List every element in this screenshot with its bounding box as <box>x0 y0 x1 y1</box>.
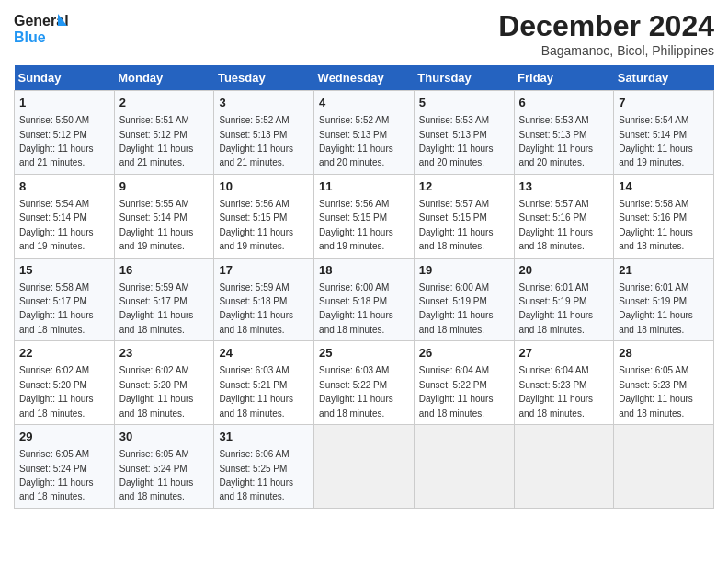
day-detail: Sunrise: 6:05 AMSunset: 5:24 PMDaylight:… <box>119 449 194 501</box>
main-title: December 2024 <box>498 9 714 43</box>
calendar-day-cell: 25Sunrise: 6:03 AMSunset: 5:22 PMDayligh… <box>314 341 415 425</box>
day-detail: Sunrise: 5:58 AMSunset: 5:17 PMDaylight:… <box>19 282 94 335</box>
calendar-day-cell: 23Sunrise: 6:02 AMSunset: 5:20 PMDayligh… <box>114 341 214 425</box>
day-detail: Sunrise: 5:57 AMSunset: 5:15 PMDaylight:… <box>419 199 494 251</box>
day-detail: Sunrise: 5:56 AMSunset: 5:15 PMDaylight:… <box>219 199 293 251</box>
title-area: December 2024 Bagamanoc, Bicol, Philippi… <box>498 9 714 58</box>
day-detail: Sunrise: 6:04 AMSunset: 5:22 PMDaylight:… <box>419 365 494 418</box>
calendar-day-cell: 18Sunrise: 6:00 AMSunset: 5:18 PMDayligh… <box>314 258 415 341</box>
day-number: 4 <box>319 95 409 111</box>
day-detail: Sunrise: 5:52 AMSunset: 5:13 PMDaylight:… <box>219 115 293 167</box>
calendar-day-cell: 31Sunrise: 6:06 AMSunset: 5:25 PMDayligh… <box>214 425 314 509</box>
day-number: 10 <box>219 178 309 195</box>
day-detail: Sunrise: 5:51 AMSunset: 5:12 PMDaylight:… <box>119 115 194 167</box>
header-cell: Saturday <box>614 65 714 91</box>
header-cell: Tuesday <box>214 65 314 91</box>
day-number: 30 <box>119 429 210 445</box>
day-number: 19 <box>419 262 509 279</box>
calendar-day-cell: 7Sunrise: 5:54 AMSunset: 5:14 PMDaylight… <box>614 91 714 175</box>
calendar-day-cell: 24Sunrise: 6:03 AMSunset: 5:21 PMDayligh… <box>214 341 314 425</box>
calendar-day-cell: 28Sunrise: 6:05 AMSunset: 5:23 PMDayligh… <box>614 341 714 425</box>
day-number: 1 <box>19 95 109 111</box>
logo: GeneralBlue <box>14 9 69 48</box>
calendar-day-cell: 4Sunrise: 5:52 AMSunset: 5:13 PMDaylight… <box>314 91 415 175</box>
calendar-day-cell: 30Sunrise: 6:05 AMSunset: 5:24 PMDayligh… <box>114 425 214 509</box>
calendar-day-cell: 2Sunrise: 5:51 AMSunset: 5:12 PMDaylight… <box>114 91 214 175</box>
calendar-week-row: 29Sunrise: 6:05 AMSunset: 5:24 PMDayligh… <box>15 425 714 509</box>
day-detail: Sunrise: 5:59 AMSunset: 5:17 PMDaylight:… <box>119 282 194 335</box>
day-detail: Sunrise: 5:53 AMSunset: 5:13 PMDaylight:… <box>519 115 594 167</box>
day-detail: Sunrise: 5:55 AMSunset: 5:14 PMDaylight:… <box>119 199 194 251</box>
calendar-day-cell <box>614 425 714 509</box>
day-number: 21 <box>619 262 709 279</box>
day-detail: Sunrise: 6:02 AMSunset: 5:20 PMDaylight:… <box>19 365 94 418</box>
calendar-day-cell: 21Sunrise: 6:01 AMSunset: 5:19 PMDayligh… <box>614 258 714 341</box>
day-detail: Sunrise: 6:03 AMSunset: 5:21 PMDaylight:… <box>219 365 293 418</box>
day-number: 25 <box>319 345 409 362</box>
day-detail: Sunrise: 5:57 AMSunset: 5:16 PMDaylight:… <box>519 199 594 251</box>
day-detail: Sunrise: 6:00 AMSunset: 5:18 PMDaylight:… <box>319 282 393 335</box>
day-number: 8 <box>19 178 109 195</box>
day-number: 13 <box>519 178 609 195</box>
calendar-day-cell: 8Sunrise: 5:54 AMSunset: 5:14 PMDaylight… <box>15 174 115 258</box>
header-cell: Monday <box>114 65 214 91</box>
day-detail: Sunrise: 6:04 AMSunset: 5:23 PMDaylight:… <box>519 365 594 418</box>
logo-icon: GeneralBlue <box>14 9 69 48</box>
day-number: 26 <box>419 345 509 362</box>
day-detail: Sunrise: 6:03 AMSunset: 5:22 PMDaylight:… <box>319 365 393 418</box>
header-cell: Sunday <box>15 65 115 91</box>
day-number: 29 <box>19 429 109 445</box>
calendar-week-row: 22Sunrise: 6:02 AMSunset: 5:20 PMDayligh… <box>15 341 714 425</box>
calendar-table: SundayMondayTuesdayWednesdayThursdayFrid… <box>14 65 714 509</box>
calendar-day-cell <box>414 425 514 509</box>
day-number: 11 <box>319 178 409 195</box>
calendar-day-cell: 20Sunrise: 6:01 AMSunset: 5:19 PMDayligh… <box>514 258 614 341</box>
day-number: 20 <box>519 262 609 279</box>
day-number: 18 <box>319 262 409 279</box>
day-number: 31 <box>219 429 309 445</box>
day-number: 27 <box>519 345 609 362</box>
calendar-day-cell: 26Sunrise: 6:04 AMSunset: 5:22 PMDayligh… <box>414 341 514 425</box>
day-number: 7 <box>619 95 709 111</box>
calendar-day-cell: 17Sunrise: 5:59 AMSunset: 5:18 PMDayligh… <box>214 258 314 341</box>
calendar-day-cell: 27Sunrise: 6:04 AMSunset: 5:23 PMDayligh… <box>514 341 614 425</box>
day-number: 14 <box>619 178 709 195</box>
day-number: 12 <box>419 178 509 195</box>
calendar-day-cell <box>514 425 614 509</box>
day-detail: Sunrise: 6:01 AMSunset: 5:19 PMDaylight:… <box>519 282 594 335</box>
calendar-week-row: 15Sunrise: 5:58 AMSunset: 5:17 PMDayligh… <box>15 258 714 341</box>
day-detail: Sunrise: 6:06 AMSunset: 5:25 PMDaylight:… <box>219 449 293 501</box>
calendar-day-cell: 19Sunrise: 6:00 AMSunset: 5:19 PMDayligh… <box>414 258 514 341</box>
day-number: 9 <box>119 178 210 195</box>
day-number: 3 <box>219 95 309 111</box>
day-detail: Sunrise: 5:58 AMSunset: 5:16 PMDaylight:… <box>619 199 693 251</box>
day-detail: Sunrise: 6:01 AMSunset: 5:19 PMDaylight:… <box>619 282 693 335</box>
day-detail: Sunrise: 6:00 AMSunset: 5:19 PMDaylight:… <box>419 282 494 335</box>
day-detail: Sunrise: 5:56 AMSunset: 5:15 PMDaylight:… <box>319 199 393 251</box>
calendar-week-row: 1Sunrise: 5:50 AMSunset: 5:12 PMDaylight… <box>15 91 714 175</box>
calendar-day-cell: 3Sunrise: 5:52 AMSunset: 5:13 PMDaylight… <box>214 91 314 175</box>
day-detail: Sunrise: 5:54 AMSunset: 5:14 PMDaylight:… <box>619 115 693 167</box>
calendar-day-cell <box>314 425 415 509</box>
calendar-day-cell: 1Sunrise: 5:50 AMSunset: 5:12 PMDaylight… <box>15 91 115 175</box>
day-detail: Sunrise: 5:54 AMSunset: 5:14 PMDaylight:… <box>19 199 94 251</box>
day-number: 17 <box>219 262 309 279</box>
day-number: 15 <box>19 262 109 279</box>
day-detail: Sunrise: 6:02 AMSunset: 5:20 PMDaylight:… <box>119 365 194 418</box>
day-detail: Sunrise: 6:05 AMSunset: 5:23 PMDaylight:… <box>619 365 693 418</box>
day-number: 24 <box>219 345 309 362</box>
calendar-day-cell: 9Sunrise: 5:55 AMSunset: 5:14 PMDaylight… <box>114 174 214 258</box>
day-number: 5 <box>419 95 509 111</box>
calendar-day-cell: 16Sunrise: 5:59 AMSunset: 5:17 PMDayligh… <box>114 258 214 341</box>
header-cell: Wednesday <box>314 65 415 91</box>
subtitle: Bagamanoc, Bicol, Philippines <box>498 43 714 58</box>
day-detail: Sunrise: 5:59 AMSunset: 5:18 PMDaylight:… <box>219 282 293 335</box>
calendar-day-cell: 10Sunrise: 5:56 AMSunset: 5:15 PMDayligh… <box>214 174 314 258</box>
day-number: 16 <box>119 262 210 279</box>
header-cell: Friday <box>514 65 614 91</box>
calendar-day-cell: 12Sunrise: 5:57 AMSunset: 5:15 PMDayligh… <box>414 174 514 258</box>
day-number: 6 <box>519 95 609 111</box>
header-row: SundayMondayTuesdayWednesdayThursdayFrid… <box>15 65 714 91</box>
calendar-day-cell: 22Sunrise: 6:02 AMSunset: 5:20 PMDayligh… <box>15 341 115 425</box>
day-detail: Sunrise: 5:53 AMSunset: 5:13 PMDaylight:… <box>419 115 494 167</box>
